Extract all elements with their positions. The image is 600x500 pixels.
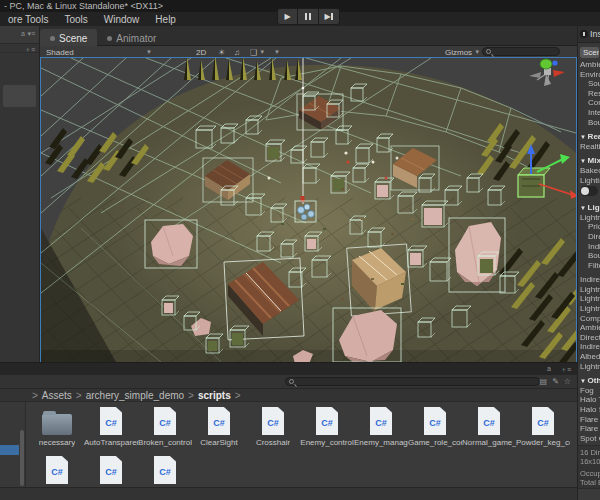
lighting-setting-row[interactable]: Lightmapping Settings — [578, 203, 600, 213]
project-search-input[interactable] — [285, 377, 540, 386]
lighting-scene-tab[interactable]: Scene — [580, 47, 599, 58]
asset-item[interactable]: necessary — [30, 405, 84, 447]
lighting-setting-row[interactable]: Bounces — [578, 251, 600, 261]
breadcrumb-item[interactable]: >Assets — [28, 390, 72, 401]
menu-item[interactable]: Help — [147, 14, 184, 25]
lighting-setting-row[interactable]: Lightmapper — [578, 213, 600, 223]
scene-audio-icon[interactable]: ♫ — [234, 47, 240, 57]
lighting-setting-row[interactable]: Environment Reflections — [578, 70, 600, 80]
lighting-setting-row[interactable]: Albedo Boost — [578, 352, 600, 362]
csharp-file-icon: C# — [262, 407, 284, 435]
lighting-setting-row[interactable]: Lighting Mode — [578, 176, 600, 186]
draw-mode-dropdown[interactable]: Shaded ▼ — [46, 47, 154, 57]
asset-item[interactable]: C# ClearSight — [192, 405, 246, 447]
breadcrumb: >Assets>archery_simple_demo>scripts > — [0, 389, 577, 402]
scene-search-input[interactable] — [482, 47, 560, 56]
lighting-setting-row[interactable]: Fog — [578, 386, 600, 396]
lighting-bottom-bar — [578, 488, 600, 500]
search-icon — [289, 379, 294, 384]
lighting-setting-row[interactable]: Direct Samples — [578, 232, 600, 242]
asset-item[interactable]: C# Powder_keg_cont.. — [516, 405, 570, 447]
csharp-file-icon: C# — [532, 407, 554, 435]
asset-row: C# C# C# — [28, 454, 577, 487]
asset-item[interactable]: C# Crosshair — [246, 405, 300, 447]
scene-view-tab[interactable]: Animator — [97, 29, 166, 46]
scene-lighting-icon[interactable]: ☀ — [218, 47, 225, 57]
asset-item[interactable]: C# Enemy_manager — [354, 405, 408, 447]
asset-grid: necessary C# AutoTransparent C# — [28, 402, 577, 488]
asset-item[interactable]: C# Enemy_control — [300, 405, 354, 447]
asset-item[interactable]: C# Broken_control — [138, 405, 192, 447]
lighting-setting-row[interactable]: Lightmap Padding — [578, 294, 600, 304]
asset-item[interactable]: C# — [84, 454, 138, 487]
right-panel-tab[interactable]: Inspector — [578, 26, 600, 43]
asset-item[interactable]: C# AutoTransparent — [84, 405, 138, 447]
lighting-setting-row[interactable]: Bounces — [578, 118, 600, 128]
lighting-setting-row[interactable]: Compress Lightmaps — [578, 314, 600, 324]
lighting-setting-row[interactable]: Directional Mode — [578, 333, 600, 343]
play-icon[interactable]: ▶ — [277, 8, 298, 25]
lighting-setting-row[interactable]: Indirect Intensity — [578, 342, 600, 352]
collapsed-left-panel[interactable]: a ▾≡ ＋≡ — [0, 26, 40, 362]
lighting-setting-row[interactable]: Flare Fade Speed — [578, 415, 600, 425]
left-panel-thumb[interactable] — [3, 85, 36, 107]
panel-menu-icon[interactable]: ＋≡ — [560, 365, 571, 375]
hidden-objects-icon[interactable]: ▼ — [274, 47, 280, 57]
breadcrumb-item[interactable]: >archery_simple_demo — [72, 390, 184, 401]
lighting-setting-row[interactable]: Ambient Occlusion — [578, 323, 600, 333]
grid-view-icon[interactable]: ▤ — [539, 377, 547, 386]
step-forward-icon[interactable]: ▶ — [319, 8, 340, 25]
tree-scrollbar[interactable] — [20, 430, 24, 486]
asset-item[interactable]: C# Normal_game_co.. — [462, 405, 516, 447]
edit-icon[interactable]: ✎ — [552, 377, 559, 386]
panel-menu-icon[interactable]: ＋≡ — [24, 45, 35, 55]
lighting-setting-row[interactable]: Mixed Lighting — [578, 156, 600, 166]
asset-label: Crosshair — [256, 438, 290, 447]
asset-item[interactable]: C# — [30, 454, 84, 487]
lighting-setting-row[interactable]: Lightmap Size — [578, 304, 600, 314]
breadcrumb-item[interactable]: >scripts — [184, 390, 231, 401]
asset-item[interactable]: C# — [138, 454, 192, 487]
asset-label: Normal_game_co.. — [462, 438, 516, 447]
lighting-setting-row[interactable]: Filtering — [578, 261, 600, 271]
lighting-setting-row[interactable]: Source — [578, 79, 600, 89]
lighting-setting-row[interactable]: Prioritize View — [578, 222, 600, 232]
asset-label: Broken_control — [138, 438, 192, 447]
lighting-setting-row[interactable] — [578, 185, 600, 198]
menu-item[interactable]: ore Tools — [0, 14, 56, 25]
menu-item[interactable]: Tools — [56, 14, 95, 25]
scene-view-tab[interactable]: Scene — [40, 29, 97, 46]
scene-viewport[interactable] — [41, 58, 576, 362]
lighting-setting-row[interactable]: Indirect Samples — [578, 242, 600, 252]
lighting-setting-row[interactable]: Realtime Lighting — [578, 132, 600, 142]
lighting-setting-row[interactable]: Resolution — [578, 89, 600, 99]
star-icon[interactable]: ☆ — [564, 377, 571, 386]
lighting-setting-row[interactable]: Indirect Resolution — [578, 275, 600, 285]
lock-icon[interactable]: a — [21, 30, 25, 37]
lighting-setting-row[interactable]: Flare Strength — [578, 424, 600, 434]
csharp-file-icon: C# — [46, 456, 68, 484]
lighting-setting-row[interactable]: Spot Cookie — [578, 434, 600, 444]
scene-fx-icon[interactable]: ❑▼ — [250, 47, 265, 57]
gizmos-dropdown[interactable]: Gizmos▼ — [445, 47, 480, 57]
lighting-setting-row[interactable]: Halo Strength — [578, 405, 600, 415]
2d-toggle[interactable]: 2D — [196, 47, 206, 57]
lighting-setting-row[interactable]: Baked Global Illumination — [578, 166, 600, 176]
lighting-setting-row[interactable]: Halo Texture — [578, 395, 600, 405]
panel-menu-icon[interactable]: ▾≡ — [27, 30, 35, 38]
project-folder-tree[interactable] — [0, 402, 26, 488]
lighting-setting-row[interactable]: Lightmap Parameters — [578, 362, 600, 372]
lighting-setting-row[interactable]: Other Settings — [578, 376, 600, 386]
csharp-file-icon: C# — [100, 456, 122, 484]
asset-item[interactable]: C# Game_role_control — [408, 405, 462, 447]
lighting-setting-row[interactable]: Compression — [578, 98, 600, 108]
csharp-file-icon: C# — [370, 407, 392, 435]
pause-icon[interactable] — [298, 8, 319, 25]
lighting-setting-row[interactable]: Lightmap Resolution — [578, 285, 600, 295]
lock-icon[interactable]: a — [547, 365, 551, 372]
menu-item[interactable]: Window — [96, 14, 148, 25]
selected-folder-highlight — [0, 445, 19, 455]
lighting-setting-row[interactable]: Realtime Global Illumination — [578, 142, 600, 152]
lighting-setting-row[interactable]: Intensity Multiplier — [578, 108, 600, 118]
lighting-setting-row[interactable]: Ambient Mode — [578, 60, 600, 70]
